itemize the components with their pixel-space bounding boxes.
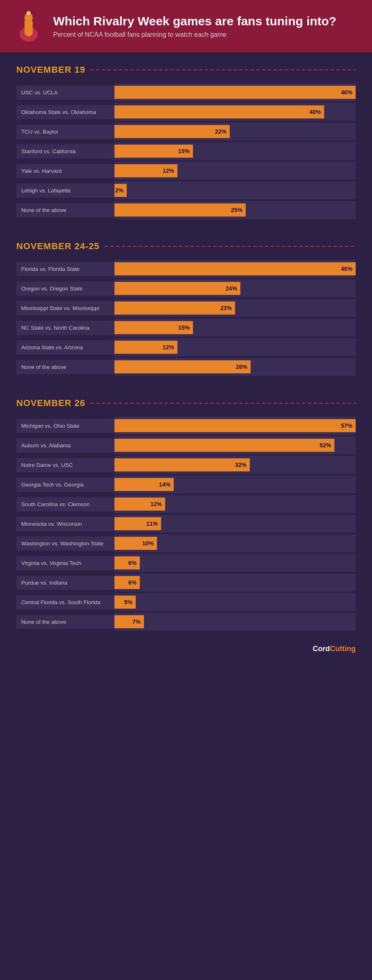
bar-area: 25% bbox=[114, 201, 356, 219]
bar: 11% bbox=[114, 517, 161, 530]
bar-value: 22% bbox=[215, 128, 226, 135]
bar: 32% bbox=[114, 458, 250, 471]
table-row: Arizona State vs. Arizona12% bbox=[16, 338, 356, 356]
bar-area: 40% bbox=[114, 103, 356, 121]
row-label: NC State vs. North Carolina bbox=[16, 321, 114, 335]
table-row: Minnesota vs. Wisconsin11% bbox=[16, 515, 356, 533]
row-label: None of the above bbox=[16, 360, 114, 374]
row-label: South Carolina vs. Clemson bbox=[16, 497, 114, 511]
row-label: Yale vs. Harvard bbox=[16, 164, 114, 178]
bar-area: 2% bbox=[114, 181, 356, 199]
chart-nov26: Michigan vs. Ohio State57%Auburn vs. Ala… bbox=[16, 417, 356, 631]
bar-value: 26% bbox=[236, 364, 247, 370]
table-row: Yale vs. Harvard12% bbox=[16, 162, 356, 180]
bar-area: 12% bbox=[114, 338, 356, 356]
row-label: Arizona State vs. Arizona bbox=[16, 340, 114, 355]
table-row: Oklahoma State vs. Oklahoma40% bbox=[16, 103, 356, 121]
bar: 24% bbox=[114, 282, 240, 295]
table-row: Central Florida vs. South Florida5% bbox=[16, 593, 356, 611]
bar-value: 2% bbox=[115, 187, 123, 194]
section-nov2425: NOVEMBER 24-25Florida vs. Florida State4… bbox=[0, 229, 372, 386]
bar-value: 5% bbox=[124, 599, 132, 605]
bar-area: 52% bbox=[114, 436, 356, 454]
foam-finger-icon bbox=[12, 10, 45, 42]
row-label: Georgia Tech vs. Georgia bbox=[16, 478, 114, 492]
bar-value: 14% bbox=[159, 481, 170, 488]
bar-value: 15% bbox=[178, 148, 190, 154]
table-row: Virginia vs. Virginia Tech6% bbox=[16, 554, 356, 572]
bar: 25% bbox=[114, 203, 246, 217]
chart-nov2425: Florida vs. Florida State46%Oregon vs. O… bbox=[16, 260, 356, 376]
bar-value: 7% bbox=[132, 618, 141, 625]
page-header: Which Rivalry Week games are fans tuning… bbox=[0, 0, 372, 52]
section-nov26: NOVEMBER 26Michigan vs. Ohio State57%Aub… bbox=[0, 386, 372, 641]
row-label: Virginia vs. Virginia Tech bbox=[16, 556, 114, 570]
bar: 12% bbox=[114, 341, 177, 354]
row-label: Washington vs. Washington State bbox=[16, 536, 114, 551]
row-label: Purdue vs. Indiana bbox=[16, 576, 114, 590]
bar-value: 6% bbox=[128, 579, 137, 586]
section-nov19: NOVEMBER 19USC vs. UCLA46%Oklahoma State… bbox=[0, 52, 372, 229]
chart-nov19: USC vs. UCLA46%Oklahoma State vs. Oklaho… bbox=[16, 83, 356, 219]
table-row: Oregon vs. Oregon State24% bbox=[16, 279, 356, 297]
row-label: Notre Dame vs. USC bbox=[16, 458, 114, 472]
bar-value: 12% bbox=[150, 501, 162, 507]
bar: 23% bbox=[114, 301, 235, 315]
bar-area: 6% bbox=[114, 574, 356, 592]
bar-value: 46% bbox=[341, 89, 352, 96]
bar: 52% bbox=[114, 439, 334, 452]
bar-area: 15% bbox=[114, 142, 356, 160]
table-row: South Carolina vs. Clemson12% bbox=[16, 495, 356, 513]
bar-area: 10% bbox=[114, 534, 356, 552]
bar-value: 24% bbox=[226, 285, 237, 292]
table-row: Georgia Tech vs. Georgia14% bbox=[16, 475, 356, 493]
brand-part1: Cord bbox=[313, 645, 330, 653]
row-label: Oklahoma State vs. Oklahoma bbox=[16, 105, 114, 119]
bar-area: 46% bbox=[114, 260, 356, 278]
bar-area: 57% bbox=[114, 417, 356, 435]
footer: CordCutting bbox=[0, 641, 372, 661]
bar: 2% bbox=[114, 184, 127, 197]
svg-point-4 bbox=[27, 11, 31, 15]
bar-value: 15% bbox=[178, 324, 190, 331]
bar-value: 46% bbox=[341, 266, 352, 272]
bar-area: 15% bbox=[114, 319, 356, 337]
bar-value: 12% bbox=[163, 344, 174, 350]
bar: 46% bbox=[114, 262, 356, 275]
bar-area: 26% bbox=[114, 358, 356, 376]
header-text: Which Rivalry Week games are fans tuning… bbox=[53, 14, 336, 38]
bar: 14% bbox=[114, 478, 174, 491]
section-title-nov2425: NOVEMBER 24-25 bbox=[16, 241, 356, 252]
bar-area: 46% bbox=[114, 83, 356, 101]
section-title-nov19: NOVEMBER 19 bbox=[16, 65, 356, 75]
row-label: TCU vs. Baylor bbox=[16, 125, 114, 139]
bar-area: 7% bbox=[114, 613, 356, 631]
bar-area: 14% bbox=[114, 475, 356, 493]
bar-area: 11% bbox=[114, 515, 356, 533]
bar-value: 12% bbox=[163, 167, 174, 174]
row-label: Florida vs. Florida State bbox=[16, 262, 114, 276]
brand-part2: Cutting bbox=[330, 645, 356, 653]
row-label: Lehigh vs. Lafayette bbox=[16, 183, 114, 198]
bar: 6% bbox=[114, 556, 140, 569]
bar-value: 23% bbox=[220, 305, 232, 311]
bar-value: 40% bbox=[309, 109, 321, 115]
bar: 6% bbox=[114, 576, 140, 589]
table-row: Notre Dame vs. USC32% bbox=[16, 456, 356, 474]
table-row: Washington vs. Washington State10% bbox=[16, 534, 356, 552]
row-label: Minnesota vs. Wisconsin bbox=[16, 517, 114, 531]
table-row: None of the above26% bbox=[16, 358, 356, 376]
row-label: Michigan vs. Ohio State bbox=[16, 419, 114, 433]
table-row: NC State vs. North Carolina15% bbox=[16, 319, 356, 337]
bar-area: 32% bbox=[114, 456, 356, 474]
section-title-nov26: NOVEMBER 26 bbox=[16, 398, 356, 409]
table-row: Auburn vs. Alabama52% bbox=[16, 436, 356, 454]
table-row: TCU vs. Baylor22% bbox=[16, 123, 356, 141]
row-label: Oregon vs. Oregon State bbox=[16, 281, 114, 296]
table-row: None of the above7% bbox=[16, 613, 356, 631]
bar: 5% bbox=[114, 596, 136, 609]
row-label: Stanford vs. California bbox=[16, 144, 114, 158]
bar: 40% bbox=[114, 105, 324, 118]
bar-area: 23% bbox=[114, 299, 356, 317]
bar-value: 52% bbox=[320, 442, 331, 449]
